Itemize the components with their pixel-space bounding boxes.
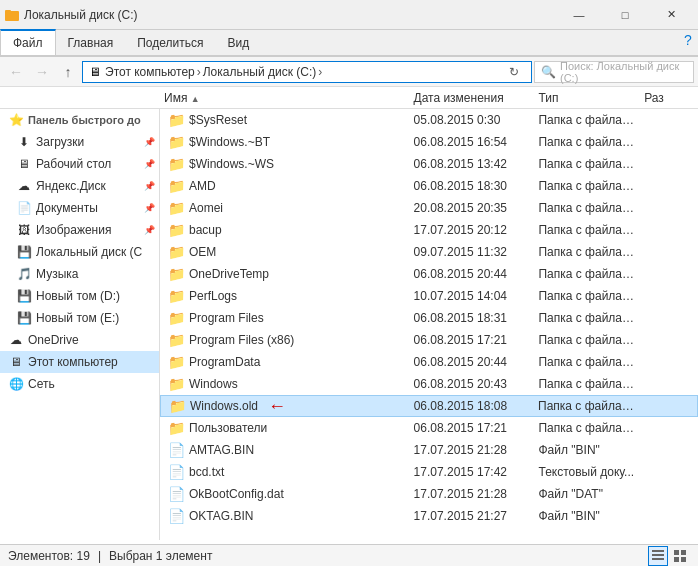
col-header-size[interactable]: Раз [640, 91, 698, 105]
file-date-cell: 17.07.2015 21:28 [410, 443, 535, 457]
file-type-cell: Папка с файлами [534, 201, 640, 215]
file-type-cell: Папка с файлами [534, 267, 640, 281]
col-header-type[interactable]: Тип [534, 91, 640, 105]
file-name-cell: 📁 AMD [164, 178, 410, 194]
tab-share[interactable]: Поделиться [125, 30, 215, 55]
sidebar-label-localdisk: Локальный диск (С [36, 245, 142, 259]
folder-icon: 📁 [168, 222, 185, 238]
file-name-text: Program Files (x86) [189, 333, 294, 347]
forward-button[interactable]: → [30, 61, 54, 83]
sidebar-item-drive-e[interactable]: 💾 Новый том (E:) [0, 307, 159, 329]
table-row[interactable]: 📁 Windows.old ← 06.08.2015 18:08 Папка с… [160, 395, 698, 417]
back-button[interactable]: ← [4, 61, 28, 83]
svg-rect-5 [674, 550, 679, 555]
help-button[interactable]: ? [678, 30, 698, 50]
file-name-cell: 📄 OKTAG.BIN [164, 508, 410, 524]
sidebar-item-images[interactable]: 🖼 Изображения 📌 [0, 219, 159, 241]
refresh-button[interactable]: ↻ [503, 61, 525, 83]
file-name-text: AMTAG.BIN [189, 443, 254, 457]
view-icons-button[interactable] [670, 546, 690, 566]
titlebar-title: Локальный диск (C:) [24, 8, 556, 22]
table-row[interactable]: 📁 OneDriveTemp 06.08.2015 20:44 Папка с … [160, 263, 698, 285]
tab-home[interactable]: Главная [56, 30, 126, 55]
file-name-text: $SysReset [189, 113, 247, 127]
folder-icon: 📁 [168, 178, 185, 194]
file-date-cell: 09.07.2015 11:32 [410, 245, 535, 259]
file-name-cell: 📁 $SysReset [164, 112, 410, 128]
path-disk[interactable]: Локальный диск (C:) [203, 65, 317, 79]
file-name-cell: 📁 Program Files (x86) [164, 332, 410, 348]
table-row[interactable]: 📁 Program Files 06.08.2015 18:31 Папка с… [160, 307, 698, 329]
download-icon: ⬇ [16, 134, 32, 150]
file-list: 📁 $SysReset 05.08.2015 0:30 Папка с файл… [160, 109, 698, 540]
sidebar-item-desktop[interactable]: 🖥 Рабочий стол 📌 [0, 153, 159, 175]
view-details-button[interactable] [648, 546, 668, 566]
file-name-text: bcd.txt [189, 465, 224, 479]
sidebar-item-documents[interactable]: 📄 Документы 📌 [0, 197, 159, 219]
sidebar-label-music: Музыка [36, 267, 78, 281]
folder-icon: 📁 [168, 244, 185, 260]
up-button[interactable]: ↑ [56, 61, 80, 83]
close-button[interactable]: ✕ [648, 0, 694, 30]
file-name-text: OneDriveTemp [189, 267, 269, 281]
maximize-button[interactable]: □ [602, 0, 648, 30]
table-row[interactable]: 📁 bacup 17.07.2015 20:12 Папка с файлами [160, 219, 698, 241]
table-row[interactable]: 📁 OEM 09.07.2015 11:32 Папка с файлами [160, 241, 698, 263]
file-name-cell: 📄 AMTAG.BIN [164, 442, 410, 458]
folder-icon: 📁 [168, 310, 185, 326]
file-type-cell: Папка с файлами [534, 421, 640, 435]
sidebar-item-quickaccess[interactable]: ⭐ Панель быстрого до [0, 109, 159, 131]
table-row[interactable]: 📄 AMTAG.BIN 17.07.2015 21:28 Файл "BIN" [160, 439, 698, 461]
file-name-cell: 📁 $Windows.~BT [164, 134, 410, 150]
onedrive-icon: ☁ [8, 332, 24, 348]
table-row[interactable]: 📁 $Windows.~BT 06.08.2015 16:54 Папка с … [160, 131, 698, 153]
file-name-text: Windows.old [190, 399, 258, 413]
search-box[interactable]: 🔍 Поиск: Локальный диск (C:) [534, 61, 694, 83]
table-row[interactable]: 📁 Пользователи 06.08.2015 17:21 Папка с … [160, 417, 698, 439]
sidebar-label-drive-d: Новый том (D:) [36, 289, 120, 303]
file-date-cell: 06.08.2015 18:30 [410, 179, 535, 193]
sidebar-item-music[interactable]: 🎵 Музыка [0, 263, 159, 285]
table-row[interactable]: 📄 OkBootConfig.dat 17.07.2015 21:28 Файл… [160, 483, 698, 505]
sidebar-item-network[interactable]: 🌐 Сеть [0, 373, 159, 395]
minimize-button[interactable]: — [556, 0, 602, 30]
computer-icon-2: 🖥 [8, 354, 24, 370]
sidebar-item-downloads[interactable]: ⬇ Загрузки 📌 [0, 131, 159, 153]
table-row[interactable]: 📁 ProgramData 06.08.2015 20:44 Папка с ф… [160, 351, 698, 373]
file-date-cell: 06.08.2015 20:43 [410, 377, 535, 391]
sidebar-item-thiscomputer[interactable]: 🖥 Этот компьютер [0, 351, 159, 373]
file-name-text: bacup [189, 223, 222, 237]
table-row[interactable]: 📁 $SysReset 05.08.2015 0:30 Папка с файл… [160, 109, 698, 131]
folder-icon: 📁 [168, 420, 185, 436]
file-name-text: AMD [189, 179, 216, 193]
address-box[interactable]: 🖥 Этот компьютер › Локальный диск (C:) ›… [82, 61, 532, 83]
file-name-cell: 📄 bcd.txt [164, 464, 410, 480]
address-path: Этот компьютер › Локальный диск (C:) › [105, 65, 499, 79]
view-buttons [648, 546, 690, 566]
table-row[interactable]: 📁 $Windows.~WS 06.08.2015 13:42 Папка с … [160, 153, 698, 175]
tab-file[interactable]: Файл [0, 29, 56, 55]
table-row[interactable]: 📄 bcd.txt 17.07.2015 17:42 Текстовый док… [160, 461, 698, 483]
file-type-cell: Папка с файлами [534, 223, 640, 237]
sidebar-item-onedrive[interactable]: ☁ OneDrive [0, 329, 159, 351]
folder-icon: 📁 [168, 112, 185, 128]
file-date-cell: 06.08.2015 16:54 [410, 135, 535, 149]
file-name-text: $Windows.~WS [189, 157, 274, 171]
col-header-date[interactable]: Дата изменения [410, 91, 535, 105]
table-row[interactable]: 📁 Aomei 20.08.2015 20:35 Папка с файлами [160, 197, 698, 219]
table-row[interactable]: 📄 OKTAG.BIN 17.07.2015 21:27 Файл "BIN" [160, 505, 698, 527]
table-row[interactable]: 📁 Windows 06.08.2015 20:43 Папка с файла… [160, 373, 698, 395]
col-header-name[interactable]: Имя ▲ [160, 91, 410, 105]
folder-icon: 📁 [168, 376, 185, 392]
table-row[interactable]: 📁 PerfLogs 10.07.2015 14:04 Папка с файл… [160, 285, 698, 307]
sidebar-item-yandex[interactable]: ☁ Яндекс.Диск 📌 [0, 175, 159, 197]
table-row[interactable]: 📁 Program Files (x86) 06.08.2015 17:21 П… [160, 329, 698, 351]
folder-icon: 📁 [169, 398, 186, 414]
table-row[interactable]: 📁 AMD 06.08.2015 18:30 Папка с файлами [160, 175, 698, 197]
sidebar-item-localdisk[interactable]: 💾 Локальный диск (С [0, 241, 159, 263]
path-sep-1: › [197, 65, 201, 79]
sidebar-item-drive-d[interactable]: 💾 Новый том (D:) [0, 285, 159, 307]
tab-view[interactable]: Вид [215, 30, 261, 55]
path-computer[interactable]: Этот компьютер [105, 65, 195, 79]
search-icon: 🔍 [541, 65, 556, 79]
